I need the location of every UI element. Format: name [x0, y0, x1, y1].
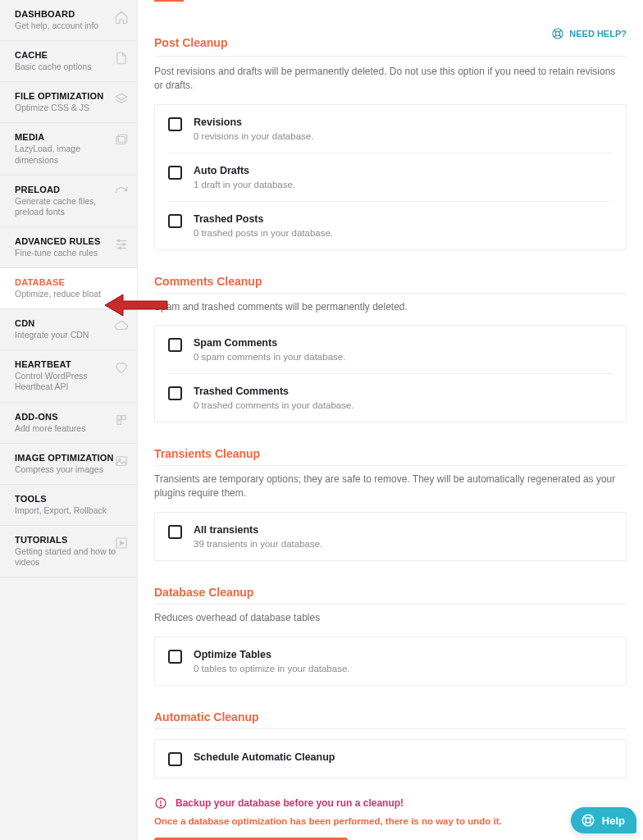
option-title: Revisions — [194, 116, 613, 128]
nav-title: TUTORIALS — [15, 535, 125, 545]
nav-title: ADVANCED RULES — [15, 236, 125, 246]
nav-desc: Import, Export, Rollback — [15, 505, 125, 516]
main-content: Post Cleanup NEED HELP? Post revisions a… — [138, 0, 643, 840]
nav-desc: Add more features — [15, 423, 125, 434]
option-sub: 0 revisions in your database. — [194, 131, 613, 141]
heart-icon — [114, 360, 129, 375]
cloud-icon — [114, 319, 129, 334]
nav-title: DATABASE — [15, 277, 125, 287]
nav-title: DASHBOARD — [15, 9, 125, 19]
nav-title: IMAGE OPTIMIZATION — [15, 453, 125, 463]
warning-sub: Once a database optimization has been pe… — [154, 816, 627, 826]
nav-title: ADD-ONS — [15, 412, 125, 422]
nav-preload[interactable]: PRELOAD Generate cache files, preload fo… — [0, 176, 137, 227]
transients-options-box: All transients 39 transients in your dat… — [154, 512, 627, 561]
svg-rect-10 — [117, 420, 121, 424]
section-transients-cleanup-desc: Transients are temporary options; they a… — [154, 472, 627, 500]
checkbox-optimize-tables[interactable] — [168, 650, 182, 664]
file-icon — [114, 51, 129, 66]
need-help-link[interactable]: NEED HELP? — [551, 27, 627, 40]
option-title: Trashed Comments — [194, 386, 613, 397]
lifebuoy-icon — [581, 813, 595, 828]
warning-text: Backup your database before you run a cl… — [176, 797, 404, 809]
nav-media[interactable]: MEDIA LazyLoad, image dimensions — [0, 123, 137, 175]
section-automatic-cleanup-title: Automatic Cleanup — [154, 710, 627, 729]
option-sub: 0 tables to optimize in your database. — [194, 664, 613, 673]
layers-icon — [114, 92, 129, 107]
section-database-cleanup-title: Database Cleanup — [154, 586, 627, 605]
checkbox-trashed-comments[interactable] — [168, 386, 182, 400]
section-comments-cleanup-title: Comments Cleanup — [154, 275, 627, 294]
option-title: Schedule Automatic Cleanup — [194, 751, 613, 763]
tab-accent — [154, 0, 184, 2]
checkbox-spam-comments[interactable] — [168, 338, 182, 352]
option-all-transients: All transients 39 transients in your dat… — [168, 513, 613, 560]
nav-file-optimization[interactable]: FILE OPTIMIZATION Optimize CSS & JS — [0, 82, 137, 123]
nav-addons[interactable]: ADD-ONS Add more features — [0, 403, 137, 444]
sidebar: DASHBOARD Get help, account info CACHE B… — [0, 0, 138, 840]
nav-tutorials[interactable]: TUTORIALS Getting started and how to vid… — [0, 526, 137, 578]
checkbox-auto-drafts[interactable] — [168, 166, 182, 180]
nav-desc: Integrate your CDN — [15, 330, 125, 340]
nav-advanced-rules[interactable]: ADVANCED RULES Fine-tune cache rules — [0, 227, 137, 268]
nav-database[interactable]: DATABASE Optimize, reduce bloat — [0, 268, 137, 309]
option-title: Auto Drafts — [194, 165, 613, 176]
svg-line-26 — [584, 816, 586, 819]
option-sub: 1 draft in your database. — [194, 180, 613, 189]
nav-title: FILE OPTIMIZATION — [15, 91, 125, 101]
post-options-box: Revisions 0 revisions in your database. … — [154, 104, 627, 250]
option-trashed-comments: Trashed Comments 0 trashed comments in y… — [168, 374, 613, 422]
puzzle-icon — [114, 413, 129, 427]
nav-title: CDN — [15, 318, 125, 328]
nav-desc: Fine-tune cache rules — [15, 248, 125, 258]
section-comments-cleanup-desc: Spam and trashed comments will be perman… — [154, 300, 627, 314]
sliders-icon — [114, 237, 129, 252]
checkbox-schedule-auto[interactable] — [168, 752, 182, 766]
section-post-cleanup-title: Post Cleanup — [154, 36, 227, 49]
nav-title: PRELOAD — [15, 185, 125, 194]
svg-rect-8 — [117, 415, 121, 419]
section-post-cleanup-desc: Post revisions and drafts will be perman… — [154, 65, 627, 93]
svg-line-27 — [590, 816, 592, 819]
nav-desc: LazyLoad, image dimensions — [15, 144, 125, 165]
checkbox-revisions[interactable] — [168, 117, 182, 131]
help-bubble[interactable]: Help — [571, 807, 636, 833]
svg-point-25 — [586, 818, 591, 823]
checkbox-all-transients[interactable] — [168, 525, 182, 539]
nav-desc: Compress your images — [15, 464, 125, 475]
option-sub: 0 trashed posts in your database. — [194, 228, 613, 238]
svg-point-22 — [160, 805, 161, 806]
option-optimize-tables: Optimize Tables 0 tables to optimize in … — [168, 637, 613, 685]
nav-title: MEDIA — [15, 132, 125, 142]
nav-title: CACHE — [15, 50, 125, 60]
nav-desc: Optimize, reduce bloat — [15, 289, 125, 299]
option-title: Spam Comments — [194, 337, 613, 349]
nav-desc: Generate cache files, preload fonts — [15, 196, 125, 217]
nav-title: TOOLS — [15, 494, 125, 504]
nav-image-optimization[interactable]: IMAGE OPTIMIZATION Compress your images — [0, 444, 137, 485]
option-sub: 39 transients in your database. — [194, 539, 613, 549]
option-title: Optimize Tables — [194, 649, 613, 660]
nav-desc: Optimize CSS & JS — [15, 103, 125, 113]
nav-cdn[interactable]: CDN Integrate your CDN — [0, 309, 137, 350]
svg-rect-11 — [116, 456, 126, 465]
nav-tools[interactable]: TOOLS Import, Export, Rollback — [0, 485, 137, 526]
need-help-label: NEED HELP? — [569, 29, 627, 39]
option-spam-comments: Spam Comments 0 spam comments in your da… — [168, 326, 613, 374]
option-revisions: Revisions 0 revisions in your database. — [168, 105, 613, 153]
play-icon — [114, 536, 129, 550]
svg-point-15 — [556, 31, 560, 35]
nav-dashboard[interactable]: DASHBOARD Get help, account info — [0, 0, 137, 41]
nav-title: HEARTBEAT — [15, 359, 125, 369]
image-opt-icon — [114, 454, 129, 468]
checkbox-trashed-posts[interactable] — [168, 214, 182, 228]
comments-options-box: Spam Comments 0 spam comments in your da… — [154, 325, 627, 422]
svg-rect-0 — [116, 137, 125, 144]
nav-desc: Basic cache options — [15, 62, 125, 72]
nav-heartbeat[interactable]: HEARTBEAT Control WordPress Heartbeat AP… — [0, 350, 137, 402]
nav-desc: Getting started and how to videos — [15, 546, 125, 568]
home-icon — [114, 10, 129, 25]
nav-cache[interactable]: CACHE Basic cache options — [0, 41, 137, 82]
auto-options-box: Schedule Automatic Cleanup — [154, 739, 627, 778]
help-bubble-label: Help — [602, 815, 625, 827]
